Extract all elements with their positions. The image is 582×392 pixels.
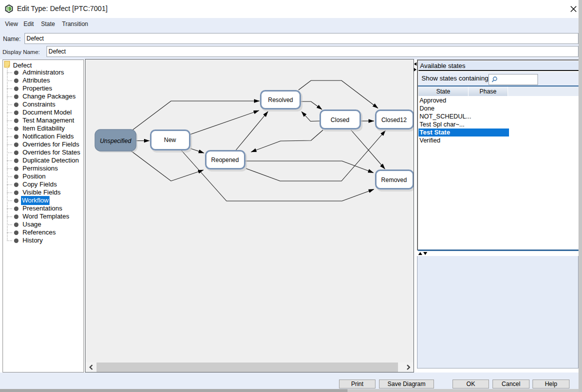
- svg-text:Resolved: Resolved: [268, 96, 293, 104]
- svg-text:Unspecified: Unspecified: [100, 138, 132, 144]
- svg-text:Reopened: Reopened: [211, 156, 238, 164]
- svg-text:Closed12: Closed12: [382, 116, 407, 124]
- svg-text:Removed: Removed: [381, 176, 406, 184]
- svg-text:Closed: Closed: [330, 116, 349, 124]
- svg-text:New: New: [164, 136, 176, 144]
